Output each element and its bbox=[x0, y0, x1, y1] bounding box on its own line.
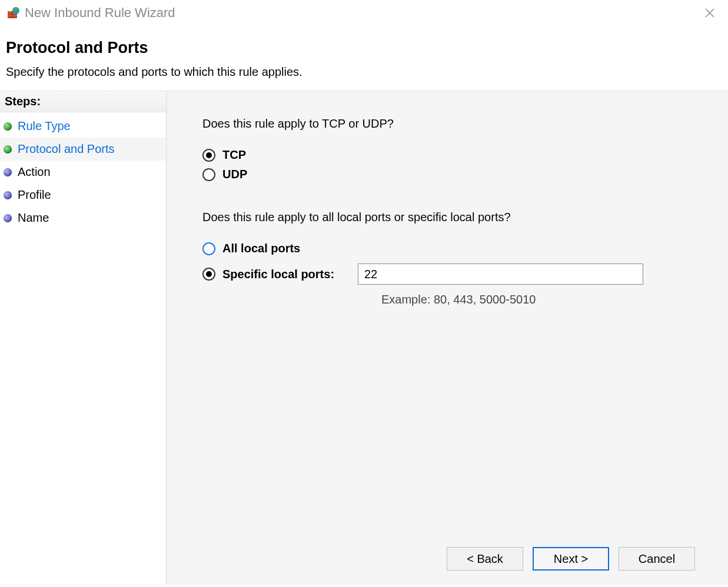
cancel-button[interactable]: Cancel bbox=[619, 547, 695, 571]
next-button[interactable]: Next > bbox=[533, 547, 609, 571]
steps-list: Rule Type Protocol and Ports Action Prof… bbox=[0, 112, 166, 229]
step-bullet-icon bbox=[4, 191, 12, 199]
radio-label: UDP bbox=[222, 168, 247, 181]
sidebar: Steps: Rule Type Protocol and Ports Acti… bbox=[0, 91, 167, 585]
radio-specific-local-ports[interactable]: Specific local ports: bbox=[202, 264, 693, 285]
protocol-question: Does this rule apply to TCP or UDP? bbox=[202, 117, 693, 131]
wizard-button-bar: < Back Next > Cancel bbox=[447, 547, 695, 571]
step-bullet-icon bbox=[4, 214, 12, 222]
title-bar: New Inbound Rule Wizard bbox=[0, 0, 728, 26]
steps-heading: Steps: bbox=[0, 91, 166, 112]
radio-udp[interactable]: UDP bbox=[202, 168, 693, 181]
protocol-radio-group: TCP UDP bbox=[202, 148, 693, 181]
step-label: Protocol and Ports bbox=[18, 142, 115, 156]
page-subtitle: Specify the protocols and ports to which… bbox=[6, 65, 722, 79]
radio-icon bbox=[202, 149, 215, 162]
window-title: New Inbound Rule Wizard bbox=[25, 5, 175, 21]
radio-icon bbox=[202, 242, 215, 255]
radio-tcp[interactable]: TCP bbox=[202, 148, 693, 162]
radio-label: All local ports bbox=[222, 242, 300, 255]
radio-all-local-ports[interactable]: All local ports bbox=[202, 242, 693, 255]
back-button[interactable]: < Back bbox=[447, 547, 523, 571]
step-bullet-icon bbox=[4, 168, 12, 176]
radio-label: TCP bbox=[222, 148, 246, 162]
step-label: Profile bbox=[18, 188, 51, 202]
ports-example-text: Example: 80, 443, 5000-5010 bbox=[381, 293, 693, 306]
step-label: Name bbox=[18, 211, 49, 225]
firewall-app-icon bbox=[7, 6, 20, 19]
step-profile[interactable]: Profile bbox=[0, 184, 166, 206]
step-action[interactable]: Action bbox=[0, 161, 166, 184]
close-icon bbox=[705, 8, 714, 18]
step-bullet-icon bbox=[4, 145, 12, 154]
ports-question: Does this rule apply to all local ports … bbox=[202, 211, 693, 224]
radio-icon bbox=[202, 168, 215, 181]
close-button[interactable] bbox=[697, 3, 722, 23]
step-label: Action bbox=[18, 165, 51, 179]
ports-radio-group: All local ports Specific local ports: Ex… bbox=[202, 242, 693, 306]
step-rule-type[interactable]: Rule Type bbox=[0, 115, 166, 138]
page-title: Protocol and Ports bbox=[6, 39, 722, 57]
radio-label: Specific local ports: bbox=[222, 268, 358, 281]
main-panel: Does this rule apply to TCP or UDP? TCP … bbox=[167, 91, 728, 585]
specific-ports-input[interactable] bbox=[358, 264, 643, 285]
radio-icon bbox=[202, 268, 215, 281]
step-label: Rule Type bbox=[18, 119, 71, 133]
page-header: Protocol and Ports Specify the protocols… bbox=[0, 26, 728, 91]
step-bullet-icon bbox=[4, 122, 12, 131]
step-protocol-and-ports[interactable]: Protocol and Ports bbox=[0, 138, 166, 161]
step-name[interactable]: Name bbox=[0, 206, 166, 229]
